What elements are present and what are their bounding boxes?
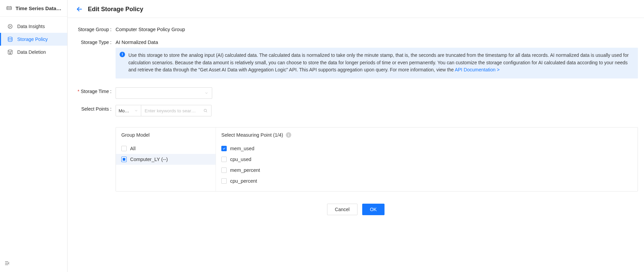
- api-documentation-link[interactable]: API Documentation >: [455, 67, 500, 72]
- main-header: Edit Storage Policy: [68, 0, 644, 18]
- sidebar-footer: [0, 255, 67, 272]
- form-content: Storage Group : Computer Storage Policy …: [68, 18, 644, 232]
- chevron-down-icon: [204, 91, 208, 95]
- info-text: Use this storage to store the analog inp…: [128, 52, 629, 72]
- mode-select-value: Mo…: [119, 108, 129, 113]
- svg-point-3: [8, 50, 12, 51]
- module-icon: [6, 5, 12, 11]
- points-controls: Mo…: [116, 105, 638, 116]
- checkbox[interactable]: [221, 157, 227, 162]
- chevron-down-icon: [134, 109, 138, 113]
- group-model-row[interactable]: Computer_LY (--): [116, 154, 216, 165]
- mode-select[interactable]: Mo…: [116, 105, 141, 116]
- app-root: Time Series Data … Data Insights Storage…: [0, 0, 644, 272]
- checkbox[interactable]: [121, 157, 127, 162]
- info-icon: i: [120, 52, 125, 57]
- sidebar-item-storage-policy[interactable]: Storage Policy: [0, 33, 67, 46]
- page-title: Edit Storage Policy: [88, 6, 143, 13]
- insights-icon: [7, 23, 13, 29]
- ok-button[interactable]: OK: [362, 204, 385, 215]
- storage-policy-icon: [7, 36, 13, 42]
- checkbox[interactable]: [221, 167, 227, 173]
- row-storage-type: Storage Type : AI Normalized Data i Use …: [74, 38, 638, 78]
- row-storage-group: Storage Group : Computer Storage Policy …: [74, 25, 638, 32]
- sidebar-item-data-insights[interactable]: Data Insights: [0, 20, 67, 33]
- group-model-column: Group Model AllComputer_LY (--): [116, 128, 216, 191]
- group-model-label: All: [130, 146, 135, 151]
- sidebar-item-label: Data Insights: [17, 24, 45, 29]
- value-storage-group: Computer Storage Policy Group: [116, 25, 638, 32]
- measuring-point-header: Select Measuring Point (1/4) i: [216, 128, 520, 142]
- help-icon[interactable]: i: [286, 132, 291, 138]
- measuring-point-row[interactable]: cpu_percent: [216, 176, 520, 186]
- checkbox[interactable]: [221, 146, 227, 151]
- svg-point-4: [204, 109, 206, 112]
- measuring-point-label: mem_used: [230, 146, 254, 151]
- search-icon: [203, 108, 208, 113]
- back-button[interactable]: [76, 5, 83, 13]
- svg-point-2: [8, 37, 12, 39]
- measuring-point-label: cpu_percent: [230, 178, 257, 184]
- measuring-point-row[interactable]: mem_percent: [216, 165, 520, 176]
- label-storage-time: *Storage Time :: [74, 87, 114, 94]
- svg-rect-0: [7, 7, 11, 10]
- sidebar: Time Series Data … Data Insights Storage…: [0, 0, 68, 272]
- sidebar-nav: Data Insights Storage Policy Data Deleti…: [0, 17, 67, 59]
- label-select-points: Select Points :: [74, 105, 114, 112]
- arrow-left-icon: [76, 5, 83, 13]
- value-storage-type: AI Normalized Data: [116, 38, 638, 45]
- measuring-point-label: cpu_used: [230, 157, 251, 162]
- row-select-points: Select Points : Mo…: [74, 105, 638, 191]
- footer-actions: Cancel OK: [74, 191, 638, 222]
- measuring-point-column: Select Measuring Point (1/4) i mem_usedc…: [216, 128, 520, 191]
- group-model-row[interactable]: All: [116, 143, 216, 154]
- cancel-button[interactable]: Cancel: [327, 204, 357, 215]
- data-deletion-icon: [7, 49, 13, 55]
- points-search-input[interactable]: [145, 108, 203, 113]
- group-model-header: Group Model: [116, 128, 216, 142]
- checkbox[interactable]: [221, 178, 227, 184]
- label-storage-type: Storage Type :: [74, 38, 114, 45]
- main: Edit Storage Policy Storage Group : Comp…: [68, 0, 644, 272]
- checkbox[interactable]: [121, 146, 127, 151]
- measuring-point-row[interactable]: cpu_used: [216, 154, 520, 165]
- group-model-label: Computer_LY (--): [130, 157, 168, 162]
- collapse-icon[interactable]: [4, 260, 10, 266]
- measuring-point-row[interactable]: mem_used: [216, 143, 520, 154]
- sidebar-item-label: Storage Policy: [17, 37, 48, 42]
- group-model-list: AllComputer_LY (--): [116, 142, 216, 169]
- measuring-point-label: mem_percent: [230, 167, 260, 173]
- points-search-box[interactable]: [141, 105, 212, 116]
- sidebar-header: Time Series Data …: [0, 0, 67, 17]
- row-storage-time: *Storage Time :: [74, 87, 638, 99]
- storage-time-select[interactable]: [116, 87, 212, 99]
- measuring-point-list: mem_usedcpu_usedmem_percentcpu_percent: [216, 142, 520, 191]
- points-table: Group Model AllComputer_LY (--) Select M…: [116, 127, 638, 191]
- sidebar-item-data-deletion[interactable]: Data Deletion: [0, 46, 67, 59]
- info-box: i Use this storage to store the analog i…: [116, 48, 638, 78]
- label-storage-group: Storage Group :: [74, 25, 114, 32]
- sidebar-title: Time Series Data …: [16, 5, 62, 11]
- sidebar-item-label: Data Deletion: [17, 49, 46, 55]
